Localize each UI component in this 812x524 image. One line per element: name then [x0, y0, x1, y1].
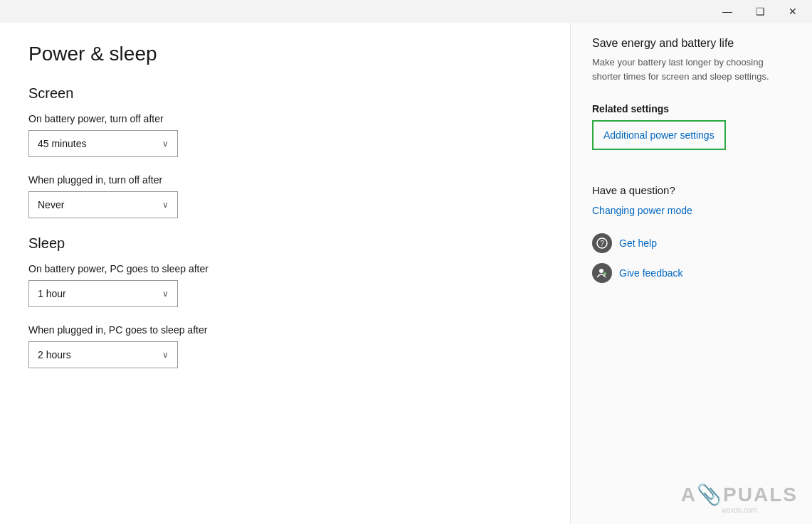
- screen-battery-value: 45 minutes: [38, 138, 86, 149]
- sleep-battery-chevron-icon: ∨: [162, 289, 169, 299]
- content-wrapper: Power & sleep Screen On battery power, t…: [0, 23, 812, 524]
- give-feedback-icon: +: [592, 263, 612, 283]
- screen-plugged-chevron-icon: ∨: [162, 200, 169, 210]
- minimize-button[interactable]: —: [711, 0, 744, 23]
- get-help-row: ? Get help: [592, 233, 791, 253]
- screen-plugged-label: When plugged in, turn off after: [28, 174, 542, 186]
- right-panel: Save energy and battery life Make your b…: [570, 23, 812, 524]
- watermark-logo: A📎PUALS: [681, 483, 798, 506]
- watermark-url: wsxdn.com: [681, 506, 798, 514]
- page-title: Power & sleep: [28, 43, 542, 65]
- info-title: Save energy and battery life: [592, 37, 791, 50]
- screen-battery-chevron-icon: ∨: [162, 139, 169, 149]
- sleep-plugged-value: 2 hours: [38, 349, 71, 360]
- svg-text:?: ?: [600, 240, 604, 247]
- title-bar: — ❑ ✕: [0, 0, 812, 23]
- additional-power-settings-box[interactable]: Additional power settings: [592, 120, 726, 150]
- left-panel: Power & sleep Screen On battery power, t…: [0, 23, 570, 524]
- maximize-button[interactable]: ❑: [744, 0, 776, 23]
- sleep-battery-label: On battery power, PC goes to sleep after: [28, 263, 542, 274]
- watermark-area: A📎PUALS wsxdn.com: [681, 483, 798, 514]
- svg-text:+: +: [603, 272, 606, 277]
- get-help-link[interactable]: Get help: [619, 237, 657, 249]
- sleep-battery-dropdown[interactable]: 1 hour ∨: [28, 280, 178, 307]
- screen-section-title: Screen: [28, 85, 542, 102]
- close-button[interactable]: ✕: [776, 0, 809, 23]
- sleep-battery-value: 1 hour: [38, 288, 66, 299]
- sleep-section: Sleep On battery power, PC goes to sleep…: [28, 235, 542, 368]
- additional-power-settings-link[interactable]: Additional power settings: [603, 129, 715, 141]
- related-settings-title: Related settings: [592, 103, 791, 114]
- screen-plugged-dropdown[interactable]: Never ∨: [28, 191, 178, 218]
- sleep-section-title: Sleep: [28, 235, 542, 252]
- screen-battery-label: On battery power, turn off after: [28, 113, 542, 124]
- give-feedback-row: + Give feedback: [592, 263, 791, 283]
- get-help-icon: ?: [592, 233, 612, 253]
- changing-power-mode-link[interactable]: Changing power mode: [592, 205, 791, 216]
- screen-plugged-value: Never: [38, 199, 64, 210]
- give-feedback-link[interactable]: Give feedback: [619, 267, 683, 279]
- have-question-label: Have a question?: [592, 184, 791, 196]
- screen-battery-dropdown[interactable]: 45 minutes ∨: [28, 130, 178, 157]
- info-text: Make your battery last longer by choosin…: [592, 55, 791, 83]
- sleep-plugged-dropdown[interactable]: 2 hours ∨: [28, 341, 178, 368]
- sleep-plugged-chevron-icon: ∨: [162, 350, 169, 360]
- sleep-plugged-label: When plugged in, PC goes to sleep after: [28, 324, 542, 336]
